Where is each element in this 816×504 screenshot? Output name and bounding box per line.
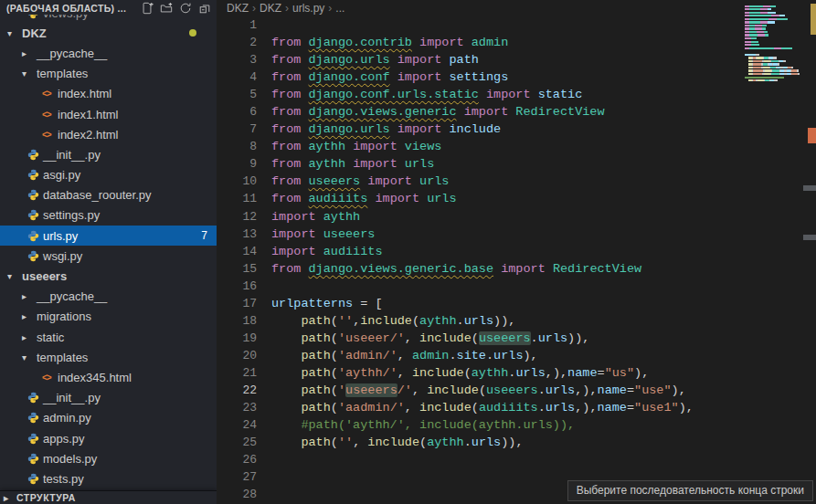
code-line-13[interactable]: 13import useeers xyxy=(217,226,801,243)
minimap-line xyxy=(745,15,803,16)
new-folder-icon[interactable] xyxy=(160,2,173,15)
line-number[interactable]: 18 xyxy=(217,312,257,330)
overview-ruler[interactable] xyxy=(803,0,816,504)
code-line-5[interactable]: 5from django.conf.urls.static import sta… xyxy=(217,86,801,103)
code-line-17[interactable]: 17urlpatterns = [ xyxy=(217,295,801,312)
code-line-20[interactable]: 20 path('admin/', admin.site.urls), xyxy=(217,347,801,364)
tree-item-models-py[interactable]: models.py xyxy=(0,448,217,468)
code-line-18[interactable]: 18 path('',include(aythh.urls)), xyxy=(217,312,801,330)
token: urls xyxy=(427,192,456,205)
code-line-15[interactable]: 15from django.views.generic.base import … xyxy=(217,260,801,278)
tree-item-index2-html[interactable]: <>index2.html xyxy=(0,124,217,144)
outline-section-header[interactable]: ▸ СТРУКТУРА xyxy=(0,490,217,504)
tree-item-useeers[interactable]: ▾useeers xyxy=(0,266,217,286)
html-file-icon: <> xyxy=(42,373,58,383)
line-number[interactable]: 11 xyxy=(217,190,257,207)
line-number[interactable]: 6 xyxy=(217,103,257,121)
tree-item-database-roouter-py[interactable]: database_roouter.py xyxy=(0,185,217,205)
line-number[interactable]: 4 xyxy=(217,68,257,86)
line-number[interactable]: 7 xyxy=(217,121,257,138)
breadcrumb-item[interactable]: urls.py xyxy=(292,2,324,15)
tree-item-settings-py[interactable]: settings.py xyxy=(0,205,217,226)
tree-item-init-py[interactable]: __init__.py xyxy=(0,144,217,164)
code-line-7[interactable]: 7from django.urls import include xyxy=(217,121,801,138)
code-line-8[interactable]: 8from aythh import views xyxy=(217,138,801,155)
code-line-9[interactable]: 9from aythh import urls xyxy=(217,155,801,173)
tree-item-pycache[interactable]: ▸__pycache__ xyxy=(0,287,217,307)
tree-item-label: __init__.py xyxy=(43,148,101,162)
line-number[interactable]: 3 xyxy=(217,51,257,68)
line-number[interactable]: 13 xyxy=(217,226,257,243)
code-line-3[interactable]: 3from django.urls import path xyxy=(217,51,801,68)
tree-item-migrations[interactable]: ▸migrations xyxy=(0,307,217,327)
line-number[interactable]: 20 xyxy=(217,347,257,364)
tree-item-templates[interactable]: ▾templates xyxy=(0,347,217,367)
line-number[interactable]: 17 xyxy=(217,295,257,312)
tree-item-admin-py[interactable]: admin.py xyxy=(0,408,217,428)
line-number[interactable]: 15 xyxy=(217,260,257,278)
line-number[interactable]: 19 xyxy=(217,330,257,347)
code-lines[interactable]: 12from django.contrib import admin3from … xyxy=(217,16,801,504)
code-line-26[interactable]: 26 xyxy=(217,451,801,468)
tree-item-urls-py[interactable]: urls.py7 xyxy=(0,226,217,246)
token: 'aythh/' xyxy=(338,366,397,380)
code-line-12[interactable]: 12import aythh xyxy=(217,208,801,226)
line-number[interactable]: 10 xyxy=(217,173,257,190)
code-line-14[interactable]: 14import audiiits xyxy=(217,243,801,260)
code-line-6[interactable]: 6from django.views.generic import Redire… xyxy=(217,103,801,121)
breadcrumb-item[interactable]: ... xyxy=(335,2,344,15)
token: urls xyxy=(546,401,575,415)
line-number[interactable]: 22 xyxy=(217,382,257,399)
token: aythh xyxy=(323,210,361,224)
token: path xyxy=(301,349,330,362)
tree-item-asgi-py[interactable]: asgi.py xyxy=(0,165,217,185)
tree-item-tests-py[interactable]: tests.py xyxy=(0,468,217,488)
line-number[interactable]: 28 xyxy=(217,486,257,503)
code-line-10[interactable]: 10from useeers import urls xyxy=(217,173,801,190)
explorer-section-header[interactable]: (РАБОЧАЯ ОБЛАСТЬ) ... xyxy=(0,0,217,15)
line-number[interactable]: 14 xyxy=(217,243,257,260)
tree-item-wsgi-py[interactable]: wsgi.py xyxy=(0,246,217,266)
code-line-21[interactable]: 21 path('aythh/', include(aythh.urls,),n… xyxy=(217,364,801,382)
code-line-22[interactable]: 22 path('useeers/', include(useeers.urls… xyxy=(217,382,801,399)
line-number[interactable]: 27 xyxy=(217,468,257,486)
tree-item-index-html[interactable]: <>index.html xyxy=(0,84,217,104)
line-number[interactable]: 1 xyxy=(217,16,257,34)
tree-item-index1-html[interactable]: <>index1.html xyxy=(0,104,217,124)
code-line-4[interactable]: 4from django.conf import settings xyxy=(217,68,801,86)
tree-item-static[interactable]: ▸static xyxy=(0,327,217,347)
tree-item-apps-py[interactable]: apps.py xyxy=(0,428,217,448)
code-line-2[interactable]: 2from django.contrib import admin xyxy=(217,34,801,51)
html-file-icon: <> xyxy=(42,89,58,99)
tree-item-dkz[interactable]: ▾DKZ xyxy=(0,23,217,43)
tree-item-index345-html[interactable]: <>index345.html xyxy=(0,367,217,387)
code-line-19[interactable]: 19 path('useeer/', include(useeers.urls)… xyxy=(217,330,801,347)
breadcrumb-item[interactable]: DKZ xyxy=(227,2,249,15)
tree-item-pycache[interactable]: ▸__pycache__ xyxy=(0,43,217,63)
collapse-all-icon[interactable] xyxy=(198,2,211,15)
line-number[interactable]: 9 xyxy=(217,155,257,173)
refresh-icon[interactable] xyxy=(179,2,192,15)
line-number[interactable]: 16 xyxy=(217,278,257,295)
line-number[interactable]: 25 xyxy=(217,434,257,451)
line-number[interactable]: 2 xyxy=(217,34,257,51)
tree-item-templates[interactable]: ▾templates xyxy=(0,64,217,84)
new-file-icon[interactable] xyxy=(141,2,154,15)
line-number[interactable]: 23 xyxy=(217,399,257,416)
line-number[interactable]: 26 xyxy=(217,451,257,468)
line-number[interactable]: 24 xyxy=(217,416,257,434)
code-line-11[interactable]: 11from audiiits import urls xyxy=(217,190,801,207)
token: include xyxy=(419,331,472,345)
line-number[interactable]: 8 xyxy=(217,138,257,155)
code-line-24[interactable]: 24 #path('aythh/', include(aythh.urls)), xyxy=(217,416,801,434)
code-line-25[interactable]: 25 path('', include(aythh.urls)), xyxy=(217,434,801,451)
minimap[interactable] xyxy=(745,2,803,99)
code-line-16[interactable]: 16 xyxy=(217,278,801,295)
code-line-1[interactable]: 1 xyxy=(217,16,801,34)
code-line-23[interactable]: 23 path('aadmin/', include(audiiits.urls… xyxy=(217,399,801,416)
line-number[interactable]: 21 xyxy=(217,364,257,382)
line-number[interactable]: 12 xyxy=(217,208,257,226)
line-number[interactable]: 5 xyxy=(217,86,257,103)
breadcrumb-item[interactable]: DKZ xyxy=(260,2,281,15)
tree-item-init-py[interactable]: __init__.py xyxy=(0,388,217,408)
